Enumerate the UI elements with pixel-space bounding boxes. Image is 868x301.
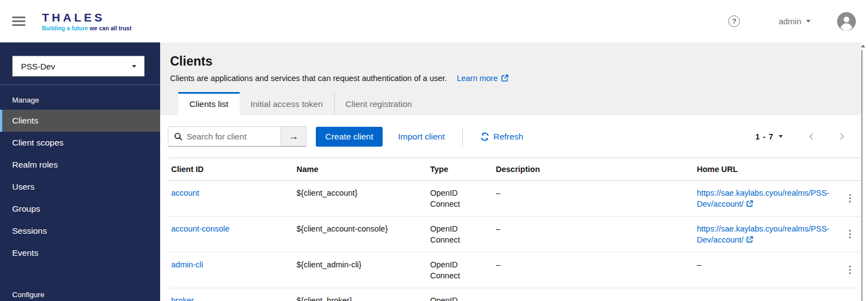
search-box <box>168 126 281 147</box>
clients-table: Client ID Name Type Description Home URL… <box>169 158 860 301</box>
client-type: OpenID Connect <box>428 217 494 252</box>
refresh-button[interactable]: Refresh <box>480 132 523 142</box>
arrow-right-icon: → <box>289 131 299 142</box>
sidebar-nav: Manage Clients Client scopes Realm roles… <box>0 85 160 301</box>
client-type: OpenID Connect <box>428 181 494 217</box>
chevron-down-icon <box>132 65 136 68</box>
table-row: account ${client_account} OpenID Connect… <box>169 181 860 217</box>
client-type: OpenID Connect <box>428 288 494 301</box>
column-description: Description <box>494 158 695 181</box>
table-row: broker ${client_broker} OpenID Connect –… <box>169 288 860 301</box>
username: admin <box>779 17 801 26</box>
realm-name: PSS-Dev <box>21 62 55 71</box>
client-description: – <box>494 181 695 217</box>
client-id-link[interactable]: account <box>171 189 199 197</box>
column-home-url: Home URL <box>695 158 832 181</box>
sidebar-item-client-scopes[interactable]: Client scopes <box>0 132 160 154</box>
tab-clients-list[interactable]: Clients list <box>178 92 240 115</box>
page-description-row: Clients are applications and services th… <box>170 74 848 83</box>
realm-selector[interactable]: PSS-Dev <box>12 56 145 77</box>
row-actions-kebab-icon[interactable] <box>846 192 854 205</box>
client-id-link[interactable]: broker <box>171 296 194 301</box>
table-row: account-console ${client_account-console… <box>169 217 860 252</box>
pagination: 1 - 7 <box>755 132 845 141</box>
top-bar: THALES Building a future we can all trus… <box>0 0 868 42</box>
next-page-button[interactable] <box>839 132 845 141</box>
sidebar-item-realm-roles[interactable]: Realm roles <box>0 154 160 176</box>
vertical-scrollbar[interactable] <box>861 42 868 301</box>
column-name: Name <box>294 158 428 181</box>
row-actions-kebab-icon[interactable] <box>846 228 854 240</box>
page-description: Clients are applications and services th… <box>170 74 447 83</box>
refresh-icon <box>480 132 489 141</box>
chevron-down-icon <box>779 135 783 138</box>
search-input[interactable] <box>187 132 276 141</box>
sidebar-item-groups[interactable]: Groups <box>0 198 160 220</box>
client-home-url: – <box>695 288 832 301</box>
client-id-link[interactable]: account-console <box>171 224 230 233</box>
user-dropdown[interactable]: admin <box>779 17 811 26</box>
client-home-url: – <box>695 252 832 288</box>
nav-group-configure: Configure <box>0 288 160 301</box>
brand-name: THALES <box>42 12 131 23</box>
hamburger-menu-icon[interactable] <box>12 17 25 26</box>
nav-group-manage: Manage <box>0 94 160 110</box>
main-content: Clients Clients are applications and ser… <box>160 42 861 301</box>
client-description: – <box>494 288 695 301</box>
client-type: OpenID Connect <box>428 252 494 288</box>
tab-bar: Clients list Initial access token Client… <box>178 92 848 115</box>
client-id-link[interactable]: admin-cli <box>171 260 203 269</box>
sidebar-item-users[interactable]: Users <box>0 176 160 198</box>
client-description: – <box>494 217 695 252</box>
chevron-left-icon <box>808 132 814 141</box>
client-description: – <box>494 252 695 288</box>
search-submit-button[interactable]: → <box>281 126 306 147</box>
client-name: ${client_account} <box>294 181 428 217</box>
sidebar-item-clients[interactable]: Clients <box>0 110 160 132</box>
avatar[interactable] <box>837 12 856 31</box>
learn-more-link[interactable]: Learn more <box>457 74 508 83</box>
page-title: Clients <box>170 54 848 69</box>
chevron-down-icon <box>806 20 811 23</box>
tab-initial-access-token[interactable]: Initial access token <box>240 92 334 115</box>
pagination-range: 1 - 7 <box>755 132 774 141</box>
table-header-row: Client ID Name Type Description Home URL <box>169 158 860 181</box>
sidebar-item-sessions[interactable]: Sessions <box>0 220 160 242</box>
clients-toolbar: → Create client Import client Refresh 1 … <box>160 115 861 158</box>
table-row: admin-cli ${client_admin-cli} OpenID Con… <box>169 252 860 288</box>
brand-tagline: Building a future we can all trust <box>42 25 131 31</box>
chevron-right-icon <box>839 132 845 141</box>
client-name: ${client_admin-cli} <box>294 252 428 288</box>
client-name: ${client_account-console} <box>294 217 428 252</box>
column-actions <box>832 158 860 181</box>
home-url-link[interactable]: https://sae.kaylabs.cyou/realms/PSS-Dev/… <box>697 224 829 244</box>
sidebar-item-events[interactable]: Events <box>0 242 160 264</box>
toolbar-divider <box>462 127 463 147</box>
keycloak-admin-screen: THALES Building a future we can all trus… <box>0 0 868 301</box>
client-name: ${client_broker} <box>294 288 428 301</box>
search-group: → <box>168 126 306 147</box>
previous-page-button[interactable] <box>808 132 814 141</box>
search-icon <box>174 132 183 141</box>
external-link-icon <box>501 74 509 82</box>
topbar-actions: ? admin <box>728 12 856 31</box>
row-actions-kebab-icon[interactable] <box>846 264 854 276</box>
external-link-icon <box>746 236 753 243</box>
page-header: Clients Clients are applications and ser… <box>160 42 861 115</box>
user-avatar-icon <box>837 12 856 31</box>
external-link-icon <box>746 200 753 207</box>
thales-logo: THALES Building a future we can all trus… <box>42 12 131 31</box>
help-icon[interactable]: ? <box>728 15 740 27</box>
scrollbar-up-arrow-icon <box>861 45 865 47</box>
create-client-button[interactable]: Create client <box>316 127 383 147</box>
scrollbar-track <box>861 50 862 301</box>
home-url-link[interactable]: https://sae.kaylabs.cyou/realms/PSS-Dev/… <box>697 189 829 208</box>
column-client-id: Client ID <box>169 158 294 181</box>
tab-client-registration[interactable]: Client registration <box>334 92 424 115</box>
pagination-range-dropdown[interactable]: 1 - 7 <box>755 132 783 141</box>
import-client-link[interactable]: Import client <box>398 132 444 142</box>
column-type: Type <box>428 158 494 181</box>
sidebar: PSS-Dev Manage Clients Client scopes Rea… <box>0 42 160 301</box>
